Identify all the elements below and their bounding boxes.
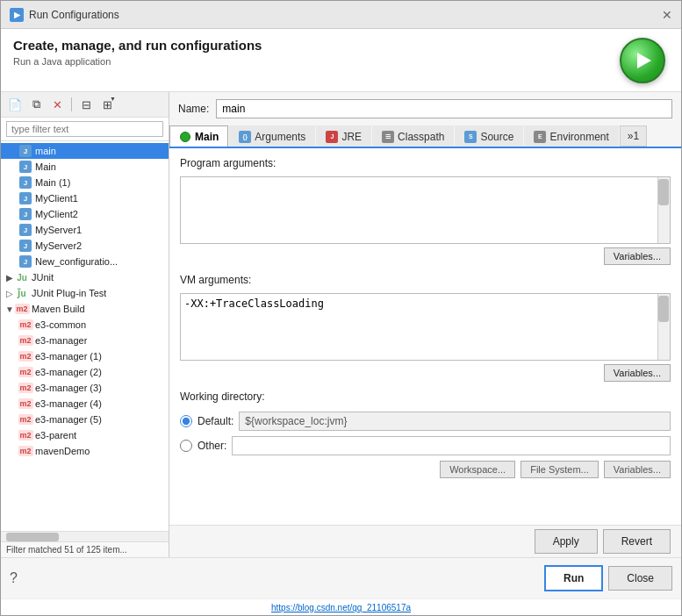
header-subtitle: Run a Java application: [13, 56, 669, 67]
footer-link[interactable]: https://blog.csdn.net/qq_21106517a: [271, 603, 411, 612]
name-input[interactable]: [216, 99, 672, 118]
tree-item-e3-parent[interactable]: m2 e3-manager (5): [1, 412, 169, 427]
run-button-icon[interactable]: [620, 38, 665, 83]
program-args-variables-button[interactable]: Variables...: [604, 247, 671, 265]
tree-item-main[interactable]: J main: [1, 143, 169, 159]
dir-variables-button[interactable]: Variables...: [604, 461, 671, 478]
sidebar-horizontal-scrollbar[interactable]: [1, 531, 169, 541]
vm-args-label: VM arguments:: [180, 274, 671, 286]
filesystem-button[interactable]: File System...: [520, 461, 599, 478]
window-icon: ▶: [10, 8, 24, 22]
default-radio-row: Default:: [180, 412, 671, 431]
close-button[interactable]: Close: [608, 566, 672, 591]
program-args-wrapper: [180, 176, 671, 244]
tree-item-e3-common[interactable]: m2 e3-common: [1, 317, 169, 333]
tree-item-label: New_configuratio...: [35, 256, 118, 267]
duplicate-config-button[interactable]: ⧉: [27, 96, 45, 113]
program-args-input[interactable]: [181, 177, 670, 240]
tab-classpath[interactable]: ☰ Classpath: [372, 125, 454, 147]
expand-arrow-icon: ▶: [4, 273, 15, 283]
collapse-all-button[interactable]: ⊟: [77, 96, 95, 113]
scrollbar-thumb[interactable]: [658, 179, 669, 205]
tab-more[interactable]: »1: [620, 125, 647, 147]
vm-args-input[interactable]: [181, 294, 670, 357]
tree-item-label: Main: [35, 161, 56, 172]
tree-item-MyServer2[interactable]: J MyServer2: [1, 238, 169, 254]
maven-child-icon: m2: [18, 350, 32, 362]
program-args-scrollbar[interactable]: [657, 177, 670, 243]
sidebar-tree: J main J Main J Main (1) J MyClient1 J: [1, 141, 169, 531]
tree-item-label: e3-manager (2): [35, 367, 102, 377]
workspace-button[interactable]: Workspace...: [440, 461, 515, 478]
play-triangle: [637, 53, 651, 68]
maven-child-icon: m2: [18, 382, 32, 394]
tree-item-label: MyClient2: [35, 209, 78, 219]
tree-item-MavenBuild[interactable]: ▼ m2 Maven Build: [1, 301, 169, 317]
scrollbar-thumb[interactable]: [6, 533, 59, 541]
content-area: Name: Main {} Arguments J JRE ☰: [169, 92, 681, 557]
tree-item-e3-manager4[interactable]: m2 e3-manager (4): [1, 396, 169, 412]
tab-environment-label: Environment: [549, 131, 608, 143]
tree-item-label: e3-manager (1): [35, 351, 102, 362]
window-title: Run Configurations: [29, 9, 119, 21]
default-label: Default:: [197, 415, 233, 427]
vm-args-scrollbar[interactable]: [657, 294, 670, 360]
tree-item-Main1[interactable]: J Main (1): [1, 175, 169, 190]
tree-item-e3-manager2[interactable]: m2 e3-manager (2): [1, 364, 169, 380]
tree-item-e3-manager1[interactable]: m2 e3-manager (1): [1, 348, 169, 364]
java-app-icon: J: [18, 208, 32, 220]
other-dir-input[interactable]: [232, 436, 671, 455]
tree-item-JUnitPlugin[interactable]: ▷ J̈u JUnit Plug-in Test: [1, 285, 169, 301]
junit-plugin-icon: J̈u: [15, 287, 29, 299]
apply-button[interactable]: Apply: [535, 529, 598, 554]
tab-jre[interactable]: J JRE: [316, 125, 371, 147]
classpath-tab-icon: ☰: [382, 131, 394, 143]
program-args-section: Program arguments: Variables...: [180, 157, 671, 265]
scrollbar-thumb[interactable]: [658, 296, 669, 322]
expand-all-button[interactable]: ⊞▼: [98, 96, 116, 113]
tree-item-NewConfig[interactable]: J New_configuratio...: [1, 254, 169, 269]
tree-item-label: mavenDemo: [35, 446, 90, 456]
default-dir-input[interactable]: [239, 412, 671, 431]
vm-args-variables-button[interactable]: Variables...: [604, 364, 671, 382]
collapse-arrow-icon: ▼: [4, 304, 15, 314]
dir-buttons: Workspace... File System... Variables...: [180, 461, 671, 478]
java-app-icon: J: [18, 176, 32, 189]
other-label: Other:: [197, 440, 226, 452]
java-app-icon: J: [18, 224, 32, 236]
tree-item-e3-manager[interactable]: m2 e3-manager: [1, 333, 169, 348]
tree-item-NewConfig2[interactable]: m2 mavenDemo: [1, 443, 169, 459]
tab-source[interactable]: S Source: [455, 125, 523, 147]
tree-item-label: e3-manager (3): [35, 383, 102, 393]
delete-config-button[interactable]: ✕: [48, 96, 66, 113]
tree-item-mavenDemo[interactable]: m2 e3-parent: [1, 427, 169, 443]
tab-environment[interactable]: E Environment: [524, 125, 618, 147]
tree-item-MyServer1[interactable]: J MyServer1: [1, 222, 169, 238]
main-area: 📄 ⧉ ✕ ⊟ ⊞▼ J main J Main: [1, 92, 681, 557]
tab-arguments[interactable]: {} Arguments: [229, 125, 315, 147]
filter-input[interactable]: [6, 121, 163, 137]
tree-item-JUnit[interactable]: ▶ Ju JUnit: [1, 269, 169, 285]
tree-item-MyClient1[interactable]: J MyClient1: [1, 190, 169, 206]
bottom-bar: ? Run Close: [1, 557, 681, 598]
expand-arrow-icon: ▷: [4, 289, 15, 298]
tab-more-label: »1: [628, 130, 639, 142]
tab-source-label: Source: [480, 131, 513, 143]
close-icon[interactable]: ✕: [662, 8, 672, 22]
java-app-icon: J: [18, 145, 32, 157]
other-radio[interactable]: [180, 440, 192, 452]
default-radio[interactable]: [180, 415, 192, 427]
java-app-icon: J: [18, 161, 32, 173]
run-button[interactable]: Run: [544, 565, 603, 591]
tree-item-Main[interactable]: J Main: [1, 159, 169, 175]
tree-item-label: MyServer1: [35, 225, 82, 235]
tree-item-label: MyClient1: [35, 193, 78, 204]
tree-item-label: JUnit: [32, 272, 54, 283]
tab-main[interactable]: Main: [169, 125, 228, 147]
tree-item-label: JUnit Plug-in Test: [32, 288, 106, 298]
new-config-button[interactable]: 📄: [6, 96, 24, 113]
help-icon[interactable]: ?: [10, 570, 18, 586]
revert-button[interactable]: Revert: [603, 529, 671, 554]
tree-item-MyClient2[interactable]: J MyClient2: [1, 206, 169, 222]
tree-item-e3-manager3[interactable]: m2 e3-manager (3): [1, 380, 169, 396]
